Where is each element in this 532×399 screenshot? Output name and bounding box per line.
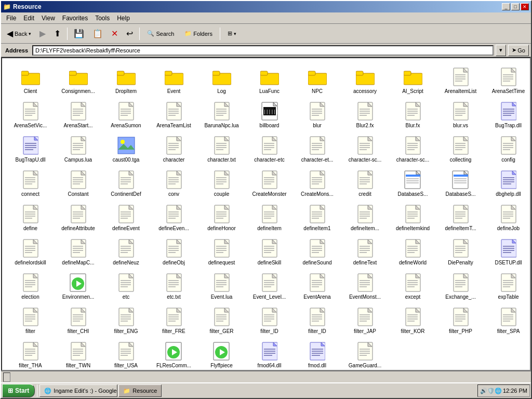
file-item[interactable]: fmod.dll (295, 339, 339, 371)
file-item[interactable]: conv (152, 167, 196, 200)
file-item[interactable]: config (486, 133, 530, 165)
file-item[interactable]: character-sc... (391, 133, 435, 165)
close-button[interactable]: ✕ (521, 3, 529, 10)
file-item[interactable]: Event (152, 64, 196, 97)
file-item[interactable]: filter_ID (295, 304, 339, 337)
file-item[interactable]: defineSound (295, 236, 339, 268)
file-item[interactable]: EventArena (295, 270, 339, 302)
minimize-button[interactable]: _ (502, 3, 510, 10)
menu-file[interactable]: File (3, 14, 19, 23)
back-button[interactable]: ◀ Back ▾ (3, 26, 35, 42)
file-item[interactable]: LuaFunc (247, 64, 291, 97)
file-item[interactable]: defineItem (247, 202, 291, 234)
file-item[interactable]: ArenaSetTime (486, 64, 530, 97)
file-item[interactable]: DatabaseS... (391, 167, 435, 200)
go-button[interactable]: ➤ Go (508, 45, 529, 56)
file-item[interactable]: fmod64.dll (247, 339, 291, 371)
file-item[interactable]: character (152, 133, 196, 165)
file-item[interactable]: definelordskill (8, 236, 52, 268)
file-item[interactable]: caust00.tga (104, 133, 148, 165)
file-item[interactable]: ArenaSetVic... (8, 99, 52, 131)
file-item[interactable]: accessory (343, 64, 387, 97)
file-item[interactable]: Event_Level... (247, 270, 291, 302)
search-button[interactable]: 🔍 Search (142, 26, 179, 42)
file-item[interactable]: defineHonor (200, 202, 244, 234)
menu-tools[interactable]: Tools (92, 14, 113, 23)
file-item[interactable]: filter_PHP (438, 304, 483, 337)
file-item[interactable]: filter_GER (200, 304, 244, 337)
file-item[interactable]: ||||||| billboard (247, 99, 291, 131)
file-item[interactable]: except (391, 270, 435, 302)
file-item[interactable]: filter_ID (247, 304, 291, 337)
file-item[interactable]: couple (200, 167, 244, 200)
file-item[interactable]: defineJob (486, 202, 530, 234)
file-item[interactable]: character-sc... (343, 133, 387, 165)
file-item[interactable]: ArenaTeamList (152, 99, 196, 131)
delete-button[interactable]: ✕ (108, 26, 122, 42)
file-item[interactable]: filter_USA (104, 339, 148, 371)
file-item[interactable]: character-etc (247, 133, 291, 165)
file-item[interactable]: definequest (200, 236, 244, 268)
file-item[interactable]: ArenaStart... (56, 99, 100, 131)
file-item[interactable]: Flyffpiece (200, 339, 244, 371)
file-item[interactable]: defineText (343, 236, 387, 268)
file-item[interactable]: DropItem (104, 64, 148, 97)
file-item[interactable]: filter_CHI (56, 304, 100, 337)
folders-button[interactable]: 📁 Folders (180, 26, 217, 42)
file-item[interactable]: defineEven... (152, 202, 196, 234)
file-item[interactable]: CreateMons... (295, 167, 339, 200)
taskbar-item-browser[interactable]: 🌐 Ingame Edit's :) - Google... (39, 384, 117, 397)
file-item[interactable]: character-et... (295, 133, 339, 165)
file-item[interactable]: Consignmen... (56, 64, 100, 97)
file-item[interactable]: BugTrapU.dll (8, 133, 52, 165)
file-item[interactable]: DSETUP.dll (486, 236, 530, 268)
file-item[interactable]: filter_ENG (104, 304, 148, 337)
file-item[interactable]: credit (343, 167, 387, 200)
menu-view[interactable]: View (38, 14, 58, 23)
file-item[interactable]: ArenaSumon (104, 99, 148, 131)
file-item[interactable]: connect (8, 167, 52, 200)
address-dropdown[interactable]: ▾ (496, 45, 506, 56)
menu-help[interactable]: Help (114, 14, 133, 23)
file-item[interactable]: ArenaItemList (438, 64, 483, 97)
file-item[interactable]: NPC (295, 64, 339, 97)
file-item[interactable]: BugTrap.dll (486, 99, 530, 131)
file-item[interactable]: collecting (438, 133, 483, 165)
file-item[interactable]: Log (200, 64, 244, 97)
file-item[interactable]: defineWorld (391, 236, 435, 268)
file-item[interactable]: blur.vs (438, 99, 483, 131)
menu-edit[interactable]: Edit (20, 14, 37, 23)
file-item[interactable]: filter_KOR (391, 304, 435, 337)
file-item[interactable]: filter_TWN (56, 339, 100, 371)
floppy2-button[interactable]: 📋 (89, 26, 107, 42)
back-dropdown-icon[interactable]: ▾ (29, 31, 31, 36)
file-item[interactable]: Client (8, 64, 52, 97)
address-input[interactable] (32, 45, 494, 56)
file-item[interactable]: blur (295, 99, 339, 131)
file-item[interactable]: BarunaNpc.lua (200, 99, 244, 131)
views-button[interactable]: ⊞ ▾ (223, 26, 241, 42)
file-item[interactable]: filter_SPA (486, 304, 530, 337)
file-item[interactable]: election (8, 270, 52, 302)
file-item[interactable]: defineSkill (247, 236, 291, 268)
file-item[interactable]: Constant (56, 167, 100, 200)
file-item[interactable]: filter_FRE (152, 304, 196, 337)
file-item[interactable]: filter_THA (8, 339, 52, 371)
file-item[interactable]: Campus.lua (56, 133, 100, 165)
undo-button[interactable]: ↩ (123, 26, 137, 42)
file-item[interactable]: CreateMonster (247, 167, 291, 200)
file-item[interactable]: expTable (486, 270, 530, 302)
file-item[interactable]: etc.txt (152, 270, 196, 302)
file-item[interactable]: filter_JAP (343, 304, 387, 337)
up-button[interactable]: ⬆ (50, 26, 64, 42)
file-item[interactable]: dbghelp.dll (486, 167, 530, 200)
file-item[interactable]: FLResComm... (152, 339, 196, 371)
file-item[interactable]: AI_Script (391, 64, 435, 97)
file-item[interactable]: defineNeuz (104, 236, 148, 268)
start-button[interactable]: ⊞ Start (2, 384, 35, 397)
file-item[interactable]: define (8, 202, 52, 234)
file-item[interactable]: Blur.fx (391, 99, 435, 131)
file-item[interactable]: defineItemkind (391, 202, 435, 234)
file-item[interactable]: etc (104, 270, 148, 302)
file-item[interactable]: defineItem1 (295, 202, 339, 234)
